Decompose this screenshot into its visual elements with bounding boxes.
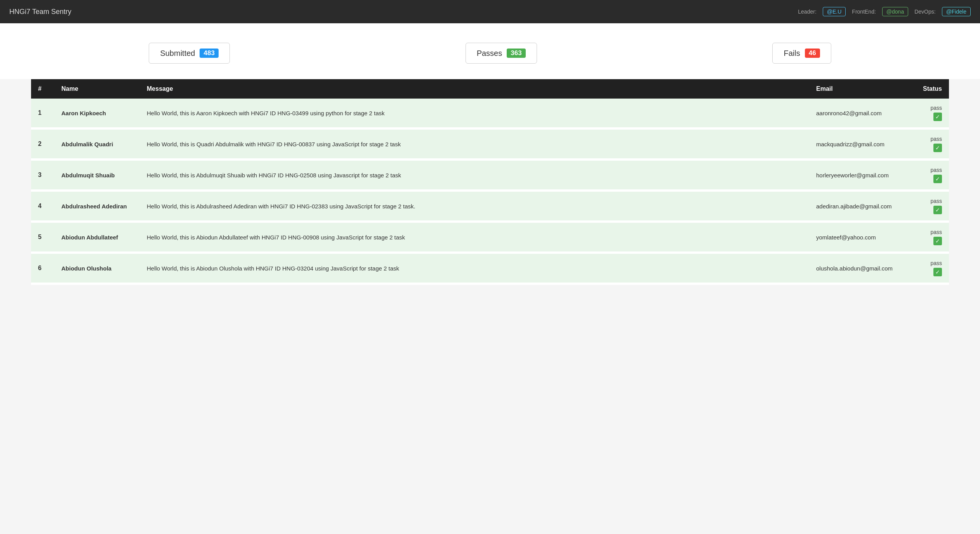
col-header-status: Status [906, 79, 949, 99]
cell-email: yomlateef@yahoo.com [809, 222, 906, 253]
cell-message: Hello World, this is Quadri Abdulmalik w… [140, 128, 809, 160]
cell-name: Abdulmuqit Shuaib [54, 160, 140, 191]
status-text: pass [930, 260, 942, 266]
fails-label: Fails [784, 49, 800, 58]
cell-num: 2 [31, 128, 54, 160]
check-icon: ✓ [933, 268, 942, 276]
cell-status: pass ✓ [906, 253, 949, 284]
cell-email: mackquadrizz@gmail.com [809, 128, 906, 160]
table-row: 1 Aaron Kipkoech Hello World, this is Aa… [31, 99, 949, 128]
fails-badge: 46 [805, 49, 820, 58]
col-header-name: Name [54, 79, 140, 99]
cell-message: Hello World, this is Aaron Kipkoech with… [140, 99, 809, 128]
table-row: 2 Abdulmalik Quadri Hello World, this is… [31, 128, 949, 160]
passes-badge: 363 [507, 49, 525, 58]
results-table: # Name Message Email Status 1 Aaron Kipk… [31, 79, 949, 285]
check-icon: ✓ [933, 206, 942, 214]
stats-row: Submitted 483 Passes 363 Fails 46 [0, 23, 980, 79]
status-text: pass [930, 136, 942, 142]
col-header-num: # [31, 79, 54, 99]
status-text: pass [930, 198, 942, 204]
status-text: pass [930, 167, 942, 173]
cell-email: horleryeeworler@gmail.com [809, 160, 906, 191]
fails-card: Fails 46 [772, 43, 831, 64]
col-header-message: Message [140, 79, 809, 99]
cell-name: Aaron Kipkoech [54, 99, 140, 128]
cell-num: 4 [31, 191, 54, 222]
cell-num: 5 [31, 222, 54, 253]
cell-num: 1 [31, 99, 54, 128]
table-row: 5 Abiodun Abdullateef Hello World, this … [31, 222, 949, 253]
frontend-label: FrontEnd: [852, 9, 876, 15]
table-container: # Name Message Email Status 1 Aaron Kipk… [31, 79, 949, 285]
cell-email: olushola.abiodun@gmail.com [809, 253, 906, 284]
cell-message: Hello World, this is Abdulmuqit Shuaib w… [140, 160, 809, 191]
submitted-card: Submitted 483 [149, 43, 229, 64]
col-header-email: Email [809, 79, 906, 99]
table-row: 3 Abdulmuqit Shuaib Hello World, this is… [31, 160, 949, 191]
table-header-row: # Name Message Email Status [31, 79, 949, 99]
cell-status: pass ✓ [906, 191, 949, 222]
devops-tag[interactable]: @Fidele [942, 7, 971, 16]
leader-tag[interactable]: @E.U [823, 7, 846, 16]
cell-message: Hello World, this is Abiodun Abdullateef… [140, 222, 809, 253]
leader-label: Leader: [798, 9, 816, 15]
check-icon: ✓ [933, 113, 942, 121]
cell-email: aaronrono42@gmail.com [809, 99, 906, 128]
status-text: pass [930, 105, 942, 111]
cell-num: 6 [31, 253, 54, 284]
cell-name: Abiodun Olushola [54, 253, 140, 284]
cell-status: pass ✓ [906, 222, 949, 253]
app-title: HNGi7 Team Sentry [9, 8, 71, 16]
submitted-label: Submitted [160, 49, 195, 58]
cell-name: Abiodun Abdullateef [54, 222, 140, 253]
passes-label: Passes [477, 49, 502, 58]
passes-card: Passes 363 [466, 43, 537, 64]
table-row: 4 Abdulrasheed Adediran Hello World, thi… [31, 191, 949, 222]
header: HNGi7 Team Sentry Leader: @E.U FrontEnd:… [0, 0, 980, 23]
check-icon: ✓ [933, 175, 942, 183]
frontend-tag[interactable]: @dona [882, 7, 908, 16]
cell-name: Abdulmalik Quadri [54, 128, 140, 160]
check-icon: ✓ [933, 237, 942, 245]
cell-num: 3 [31, 160, 54, 191]
cell-message: Hello World, this is Abdulrasheed Adedir… [140, 191, 809, 222]
check-icon: ✓ [933, 144, 942, 152]
cell-name: Abdulrasheed Adediran [54, 191, 140, 222]
status-text: pass [930, 229, 942, 235]
header-right: Leader: @E.U FrontEnd: @dona DevOps: @Fi… [798, 7, 971, 16]
cell-message: Hello World, this is Abiodun Olushola wi… [140, 253, 809, 284]
cell-email: adediran.ajibade@gmail.com [809, 191, 906, 222]
table-row: 6 Abiodun Olushola Hello World, this is … [31, 253, 949, 284]
cell-status: pass ✓ [906, 128, 949, 160]
cell-status: pass ✓ [906, 99, 949, 128]
cell-status: pass ✓ [906, 160, 949, 191]
submitted-badge: 483 [200, 49, 218, 58]
devops-label: DevOps: [914, 9, 935, 15]
